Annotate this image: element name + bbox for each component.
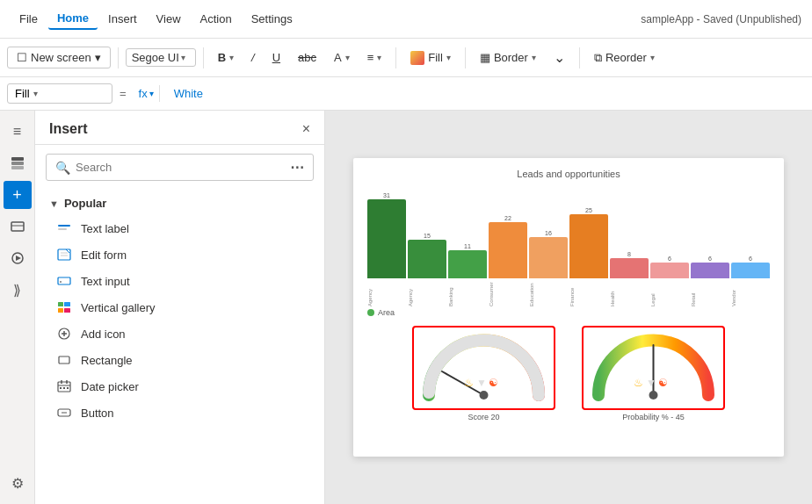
reorder-button[interactable]: ⧉ Reorder ▾ [587,47,662,68]
formula-value[interactable]: White [167,85,805,102]
chart-bar: 16 [529,230,568,278]
svg-text:▼: ▼ [476,377,487,389]
popular-chevron-icon: ▼ [49,198,59,209]
insert-panel-header: Insert × [35,111,324,145]
align-label: ≡ [367,51,374,64]
menu-file[interactable]: File [11,9,47,29]
more-button[interactable]: ⌄ [547,46,572,69]
chart-bar: 25 [569,207,608,278]
svg-rect-3 [11,222,24,231]
border-chevron-icon: ▾ [532,53,536,62]
chart-bar: 22 [489,215,527,278]
italic-button[interactable]: / [244,47,262,68]
strikethrough-label: abc [298,51,316,64]
app-title: sampleApp - Saved (Unpublished) [641,13,801,25]
settings-button[interactable]: ⚙ [4,469,32,497]
svg-rect-13 [58,302,63,306]
menu-home[interactable]: Home [48,8,98,30]
chart-x-labels: Agency Agency Banking Consumer Education… [364,280,773,306]
svg-rect-15 [58,308,63,313]
strikethrough-button[interactable]: abc [291,47,323,68]
svg-rect-8 [58,249,70,260]
rectangle-item-label: Rectangle [81,354,133,367]
property-chevron-icon: ▾ [33,89,38,98]
search-more-icon[interactable]: ⋯ [290,159,304,176]
svg-rect-26 [63,387,65,389]
toolbar-divider-5 [579,47,580,68]
svg-point-36 [649,391,658,400]
menu-items: File Home Insert View Action Settings [11,8,301,30]
menu-view[interactable]: View [148,9,190,29]
media-button[interactable] [4,244,32,272]
border-button[interactable]: ▦ Border ▾ [473,47,543,68]
svg-rect-1 [11,162,24,165]
svg-rect-11 [58,277,70,284]
chart-bar: 11 [448,243,487,278]
reorder-icon: ⧉ [594,51,602,65]
svg-point-31 [480,391,489,400]
new-screen-button[interactable]: ☐ New screen ▾ [7,47,111,68]
gauge-2-svg: ♨ ▼ ☯ [585,329,721,404]
rectangle-icon [56,352,72,368]
font-size-chevron-icon: ▾ [345,53,350,62]
gauge-1-label: Score 20 [468,413,499,421]
vertical-gallery-item-label: Vertical gallery [81,301,156,314]
list-item[interactable]: Edit form [35,241,324,268]
more-icon: ⌄ [554,49,565,66]
menu-insert[interactable]: Insert [99,9,146,29]
underline-button[interactable]: U [265,47,287,68]
list-item[interactable]: Rectangle [35,347,324,373]
svg-rect-0 [11,157,24,161]
text-label-item-label: Text label [81,222,129,235]
hamburger-menu-button[interactable]: ≡ [4,118,32,146]
list-item[interactable]: Date picker [35,373,324,400]
search-icon: 🔍 [55,161,70,175]
connectors-button[interactable]: ⟫ [4,276,32,304]
popular-category-header[interactable]: ▼ Popular [35,191,324,215]
svg-rect-14 [64,302,70,306]
gauges-row: ♨ ▼ ☯ Score 20 [364,326,773,421]
data-button[interactable] [4,212,32,241]
svg-rect-6 [58,225,70,227]
svg-rect-20 [59,356,69,364]
list-item[interactable]: Add icon [35,320,324,347]
list-item[interactable]: Button [35,400,324,426]
align-chevron-icon: ▾ [377,53,381,62]
align-button[interactable]: ≡ ▾ [360,47,389,68]
fill-chevron-icon: ▾ [446,53,451,62]
insert-close-button[interactable]: × [302,121,310,137]
list-item[interactable]: Text label [35,215,324,241]
insert-panel: Insert × 🔍 ⋯ ▼ Popular Text label [35,111,325,504]
bold-button[interactable]: B ▾ [211,47,241,68]
bold-label: B [218,51,226,64]
bold-chevron-icon: ▾ [229,53,234,62]
fx-button[interactable]: fx ▾ [134,85,160,102]
equals-symbol: = [120,87,127,100]
svg-text:▼: ▼ [646,377,656,389]
edit-form-item-label: Edit form [81,248,127,262]
layers-button[interactable] [4,149,32,177]
add-icon-item-label: Add icon [81,328,126,341]
list-item[interactable]: Vertical gallery [35,294,324,320]
left-icon-sidebar: ≡ + ⟫ ⚙ [0,111,35,504]
font-size-button[interactable]: A ▾ [327,47,357,68]
menu-action[interactable]: Action [192,9,241,29]
border-label: Border [494,51,528,64]
chart-bars: 31 15 11 22 [364,186,773,278]
toolbar-divider-1 [118,47,119,68]
gauge-1: ♨ ▼ ☯ Score 20 [412,326,555,421]
chart-bar: 6 [731,256,770,278]
svg-text:☯: ☯ [658,377,668,389]
chart-legend: Area [364,308,773,317]
add-component-button[interactable]: + [4,181,32,209]
underline-label: U [272,51,280,64]
chart-bar: 15 [408,233,446,278]
font-size-label: A [334,51,342,64]
formula-bar: Fill ▾ = fx ▾ White [0,77,812,111]
search-input[interactable] [76,161,285,174]
fill-button[interactable]: Fill ▾ [403,47,458,68]
list-item[interactable]: Text input [35,268,324,294]
property-dropdown[interactable]: Fill ▾ [7,83,112,104]
menu-settings[interactable]: Settings [243,9,301,29]
insert-search-box[interactable]: 🔍 ⋯ [46,154,314,181]
